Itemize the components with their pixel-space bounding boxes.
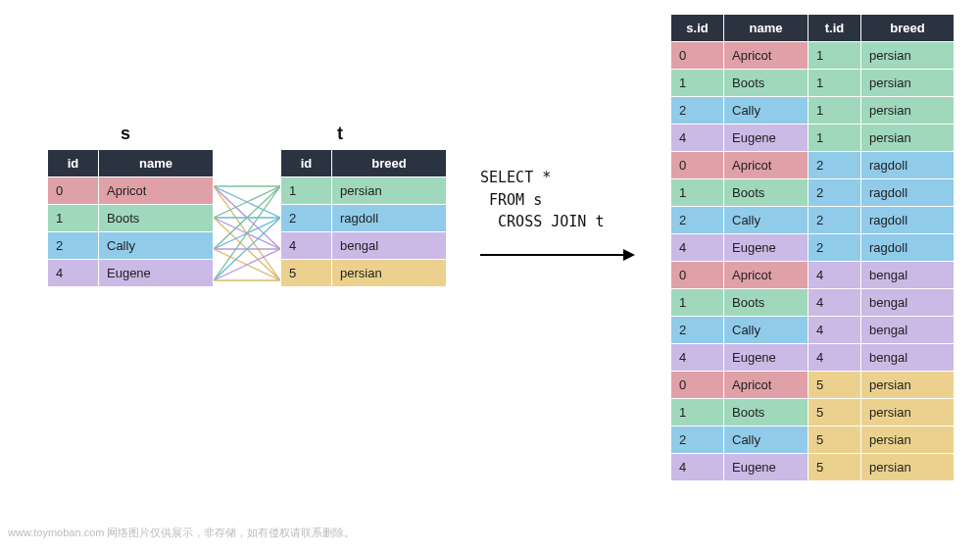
table-t: id breed 1persian2ragdoll4bengal5persian <box>280 149 447 287</box>
cell-breed: persian <box>861 70 955 97</box>
cell-name: Eugene <box>724 344 808 372</box>
table-s-header-name: name <box>99 150 214 177</box>
table-row: 2Cally4bengal <box>671 317 955 344</box>
cell-sid: 2 <box>671 427 724 454</box>
cell-breed: ragdoll <box>861 179 955 207</box>
cell-id: 0 <box>48 177 99 205</box>
cell-tid: 4 <box>808 317 861 344</box>
table-s: id name 0Apricot1Boots2Cally4Eugene <box>47 149 214 287</box>
svg-marker-17 <box>623 249 635 261</box>
cell-tid: 1 <box>808 97 861 125</box>
cell-sid: 1 <box>671 70 724 97</box>
cell-breed: persian <box>332 177 447 205</box>
cell-tid: 1 <box>808 70 861 97</box>
cell-sid: 4 <box>671 234 724 262</box>
cell-id: 4 <box>281 232 332 260</box>
svg-line-11 <box>214 249 280 280</box>
cell-breed: ragdoll <box>861 152 955 179</box>
svg-line-3 <box>214 186 280 280</box>
cell-name: Apricot <box>99 177 214 205</box>
cell-breed: persian <box>861 42 955 70</box>
cell-id: 4 <box>48 260 99 287</box>
table-row: 0Apricot4bengal <box>671 262 955 289</box>
cell-tid: 4 <box>808 289 861 317</box>
table-row: 1Boots5persian <box>671 399 955 427</box>
cell-name: Apricot <box>724 42 808 70</box>
table-t-body: 1persian2ragdoll4bengal5persian <box>281 177 447 287</box>
cell-name: Eugene <box>724 234 808 262</box>
cell-breed: bengal <box>861 317 955 344</box>
cell-breed: persian <box>861 97 955 125</box>
cell-tid: 2 <box>808 179 861 207</box>
table-row: 2Cally2ragdoll <box>671 207 955 234</box>
cell-sid: 0 <box>671 42 724 70</box>
cell-tid: 1 <box>808 42 861 70</box>
result-body: 0Apricot1persian1Boots1persian2Cally1per… <box>671 42 955 481</box>
cell-breed: persian <box>861 454 955 481</box>
cell-tid: 1 <box>808 125 861 152</box>
cell-breed: bengal <box>861 289 955 317</box>
table-row: 1persian <box>281 177 447 205</box>
cell-name: Boots <box>724 179 808 207</box>
table-row: 1Boots2ragdoll <box>671 179 955 207</box>
cell-sid: 0 <box>671 262 724 289</box>
cell-tid: 5 <box>808 372 861 399</box>
table-row: 0Apricot1persian <box>671 42 955 70</box>
cell-name: Eugene <box>99 260 214 287</box>
result-table: s.id name t.id breed 0Apricot1persian1Bo… <box>670 14 955 481</box>
cell-breed: persian <box>861 372 955 399</box>
cell-name: Eugene <box>724 125 808 152</box>
svg-line-4 <box>214 186 280 218</box>
cell-sid: 2 <box>671 317 724 344</box>
cell-tid: 4 <box>808 344 861 372</box>
table-row: 2ragdoll <box>281 205 447 232</box>
cell-breed: persian <box>861 427 955 454</box>
cell-sid: 4 <box>671 344 724 372</box>
table-row: 1Boots1persian <box>671 70 955 97</box>
cell-name: Cally <box>724 97 808 125</box>
svg-line-1 <box>214 186 280 218</box>
cell-name: Boots <box>724 289 808 317</box>
cell-tid: 2 <box>808 234 861 262</box>
table-row: 1Boots4bengal <box>671 289 955 317</box>
table-row: 4Eugene1persian <box>671 125 955 152</box>
svg-line-2 <box>214 186 280 249</box>
svg-line-8 <box>214 186 280 249</box>
cell-sid: 2 <box>671 207 724 234</box>
cell-id: 2 <box>48 232 99 260</box>
cell-tid: 5 <box>808 454 861 481</box>
arrow-icon <box>478 245 635 265</box>
table-row: 0Apricot2ragdoll <box>671 152 955 179</box>
svg-line-7 <box>214 218 280 280</box>
svg-line-6 <box>214 218 280 249</box>
result-header-breed: breed <box>861 15 955 42</box>
result-header-tid: t.id <box>808 15 861 42</box>
table-t-title: t <box>337 124 343 144</box>
cell-tid: 2 <box>808 152 861 179</box>
table-row: 4Eugene5persian <box>671 454 955 481</box>
cell-breed: persian <box>861 399 955 427</box>
result-header-name: name <box>724 15 808 42</box>
cell-tid: 4 <box>808 262 861 289</box>
cell-breed: persian <box>332 260 447 287</box>
cell-id: 2 <box>281 205 332 232</box>
table-t-header-breed: breed <box>332 150 447 177</box>
cell-sid: 2 <box>671 97 724 125</box>
cell-tid: 5 <box>808 427 861 454</box>
cell-sid: 1 <box>671 399 724 427</box>
table-row: 4bengal <box>281 232 447 260</box>
svg-line-9 <box>214 218 280 249</box>
cell-breed: bengal <box>861 262 955 289</box>
table-row: 4Eugene <box>48 260 214 287</box>
cell-breed: persian <box>861 125 955 152</box>
cell-breed: ragdoll <box>861 207 955 234</box>
sql-query: SELECT * FROM s CROSS JOIN t <box>480 167 604 233</box>
svg-line-13 <box>214 218 280 280</box>
table-row: 4Eugene2ragdoll <box>671 234 955 262</box>
table-row: 1Boots <box>48 205 214 232</box>
cell-name: Apricot <box>724 262 808 289</box>
cell-breed: ragdoll <box>332 205 447 232</box>
cross-join-lines <box>214 173 280 300</box>
cell-sid: 0 <box>671 372 724 399</box>
table-row: 2Cally1persian <box>671 97 955 125</box>
